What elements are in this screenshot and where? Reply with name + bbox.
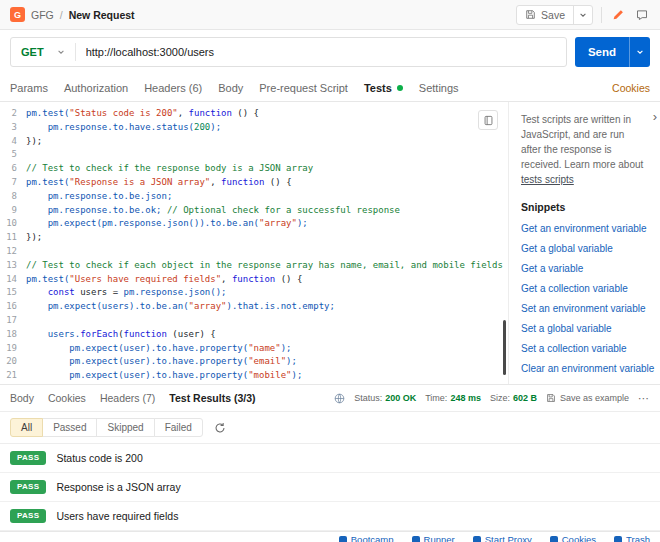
send-button[interactable]: Send <box>575 37 629 67</box>
tab-settings[interactable]: Settings <box>419 74 459 101</box>
size-label: Size: <box>490 393 510 403</box>
code-line[interactable]: 10 pm.expect(pm.response.json()).to.be.a… <box>0 217 508 231</box>
code-line[interactable]: 2pm.test("Status code is 200", function … <box>0 107 508 121</box>
response-header: BodyCookiesHeaders (7)Test Results (3/3)… <box>0 384 660 412</box>
url-box: GET <box>10 37 567 67</box>
tab-label: Params <box>10 82 48 94</box>
snippets-title: Snippets <box>521 201 646 213</box>
footer-start-proxy[interactable]: Start Proxy <box>473 534 532 542</box>
response-tab-headers-7[interactable]: Headers (7) <box>100 385 155 411</box>
editor-scrollbar[interactable] <box>503 320 506 375</box>
footer-runner[interactable]: Runner <box>412 534 455 542</box>
method-selector[interactable]: GET <box>11 38 75 66</box>
tab-headers-6[interactable]: Headers (6) <box>144 74 202 101</box>
help-text-body: Test scripts are written in JavaScript, … <box>521 114 643 170</box>
snippet-get-a-collection-variable[interactable]: Get a collection variable <box>521 283 628 294</box>
save-dropdown-button[interactable] <box>573 6 592 24</box>
footer-item-label: Bootcamp <box>351 534 394 542</box>
snippet-clear-a-global-variable[interactable]: Clear a global variable <box>521 383 621 384</box>
code-line[interactable]: 11}); <box>0 231 508 245</box>
code-line[interactable]: 12 <box>0 245 508 259</box>
footer-item-label: Cookies <box>562 534 596 542</box>
snippet-set-a-collection-variable[interactable]: Set a collection variable <box>521 343 627 354</box>
filter-passed[interactable]: Passed <box>42 418 97 437</box>
code-text: pm.test("Status code is 200", function (… <box>26 107 508 121</box>
test-results-list: PASSStatus code is 200PASSResponse is a … <box>0 444 660 531</box>
code-text: pm.response.to.be.json; <box>26 190 508 204</box>
tests-scripts-link[interactable]: tests scripts <box>521 174 574 185</box>
snippet-get-a-global-variable[interactable]: Get a global variable <box>521 243 613 254</box>
code-line[interactable]: 3 pm.response.to.have.status(200); <box>0 121 508 135</box>
footer-trash[interactable]: Trash <box>614 534 650 542</box>
filter-skipped[interactable]: Skipped <box>96 418 154 437</box>
code-line[interactable]: 16 pm.expect(users).to.be.an("array").th… <box>0 300 508 314</box>
filter-failed[interactable]: Failed <box>154 418 203 437</box>
time-value: 248 ms <box>450 393 481 403</box>
response-tab-body[interactable]: Body <box>10 385 34 411</box>
header-divider <box>601 7 602 23</box>
code-line[interactable]: 17 <box>0 314 508 328</box>
send-split-button: Send <box>575 37 650 67</box>
cookies-icon <box>550 536 558 542</box>
tab-authorization[interactable]: Authorization <box>64 74 128 101</box>
save-button[interactable]: Save <box>517 6 573 24</box>
start-proxy-icon <box>473 536 481 542</box>
snippet-clear-an-environment-variable[interactable]: Clear an environment variable <box>521 363 654 374</box>
refresh-button[interactable] <box>214 422 226 434</box>
code-line[interactable]: 15 const users = pm.response.json(); <box>0 286 508 300</box>
snippet-set-a-global-variable[interactable]: Set a global variable <box>521 323 612 334</box>
code-text: pm.test("Response is a JSON array", func… <box>26 176 508 190</box>
response-tab-cookies[interactable]: Cookies <box>48 385 86 411</box>
code-line[interactable]: 21 pm.expect(user).to.have.property("mob… <box>0 369 508 383</box>
filter-all[interactable]: All <box>10 418 43 437</box>
size-meta: Size: 602 B <box>490 393 537 403</box>
more-options-button[interactable]: ⋯ <box>638 392 650 405</box>
code-line[interactable]: 5 <box>0 148 508 162</box>
snippet-set-an-environment-variable[interactable]: Set an environment variable <box>521 303 646 314</box>
code-line[interactable]: 13// Test to check if each object in the… <box>0 259 508 273</box>
tab-params[interactable]: Params <box>10 74 48 101</box>
code-line[interactable]: 8 pm.response.to.be.json; <box>0 190 508 204</box>
breadcrumb-workspace[interactable]: GFG <box>31 9 54 21</box>
code-editor[interactable]: 2pm.test("Status code is 200", function … <box>0 102 508 384</box>
snippet-get-an-environment-variable[interactable]: Get an environment variable <box>521 223 647 234</box>
editor-action-button[interactable] <box>478 110 498 130</box>
collapse-panel-chevron-icon[interactable]: › <box>653 110 657 123</box>
line-number: 21 <box>0 369 26 383</box>
chevron-down-icon <box>57 48 65 56</box>
line-number: 5 <box>0 148 26 162</box>
code-line[interactable]: 9 pm.response.to.be.ok; // Optional chec… <box>0 204 508 218</box>
edit-button[interactable] <box>610 7 626 23</box>
tab-body[interactable]: Body <box>218 74 243 101</box>
code-line[interactable]: 6// Test to check if the response body i… <box>0 162 508 176</box>
bootcamp-icon <box>339 536 347 542</box>
code-line[interactable]: 14pm.test("Users have required fields", … <box>0 273 508 287</box>
send-dropdown-button[interactable] <box>629 37 650 67</box>
code-line[interactable]: 19 pm.expect(user).to.have.property("nam… <box>0 342 508 356</box>
response-tab-test-results-3-3[interactable]: Test Results (3/3) <box>169 385 255 411</box>
cookies-link[interactable]: Cookies <box>612 82 650 94</box>
save-as-example-button[interactable]: Save as example <box>546 393 629 403</box>
url-input[interactable] <box>76 46 566 58</box>
test-result-row: PASSUsers have required fields <box>0 502 660 531</box>
breadcrumb-request-name: New Request <box>69 9 135 21</box>
runner-icon <box>412 536 420 542</box>
line-number: 6 <box>0 162 26 176</box>
code-line[interactable]: 20 pm.expect(user).to.have.property("ema… <box>0 355 508 369</box>
code-line[interactable]: 18 users.forEach(function (user) { <box>0 328 508 342</box>
pass-badge: PASS <box>10 480 46 494</box>
workspace-icon[interactable]: G <box>10 7 25 22</box>
status-label: Status: <box>354 393 382 403</box>
footer-item-label: Runner <box>424 534 455 542</box>
snippet-get-a-variable[interactable]: Get a variable <box>521 263 583 274</box>
test-result-name: Status code is 200 <box>56 452 142 464</box>
refresh-icon <box>214 422 226 434</box>
tab-pre-request-script[interactable]: Pre-request Script <box>259 74 348 101</box>
footer-bootcamp[interactable]: Bootcamp <box>339 534 394 542</box>
code-line[interactable]: 7pm.test("Response is a JSON array", fun… <box>0 176 508 190</box>
code-line[interactable]: 4}); <box>0 135 508 149</box>
comment-button[interactable] <box>634 7 650 23</box>
footer-cookies[interactable]: Cookies <box>550 534 596 542</box>
tab-tests[interactable]: Tests <box>364 74 403 101</box>
breadcrumb: G GFG / New Request <box>10 7 135 22</box>
